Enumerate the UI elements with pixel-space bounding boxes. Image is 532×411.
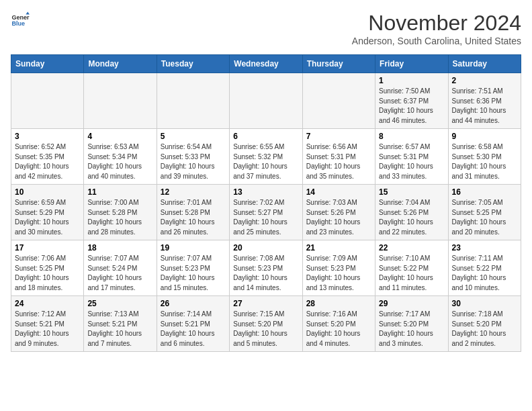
calendar-week-row: 17Sunrise: 7:06 AM Sunset: 5:25 PM Dayli… — [11, 240, 521, 296]
calendar-cell: 3Sunrise: 6:52 AM Sunset: 5:35 PM Daylig… — [11, 129, 84, 185]
calendar-cell: 28Sunrise: 7:16 AM Sunset: 5:20 PM Dayli… — [302, 296, 375, 352]
calendar-cell: 16Sunrise: 7:05 AM Sunset: 5:25 PM Dayli… — [448, 185, 521, 240]
calendar-cell: 8Sunrise: 6:57 AM Sunset: 5:31 PM Daylig… — [375, 129, 448, 185]
weekday-header: Saturday — [448, 55, 521, 73]
calendar-cell: 22Sunrise: 7:10 AM Sunset: 5:22 PM Dayli… — [375, 240, 448, 296]
day-number: 12 — [161, 187, 226, 197]
day-number: 6 — [233, 132, 298, 141]
calendar-cell: 20Sunrise: 7:08 AM Sunset: 5:23 PM Dayli… — [230, 240, 302, 296]
svg-text:Blue: Blue — [11, 20, 25, 27]
calendar-table: SundayMondayTuesdayWednesdayThursdayFrid… — [11, 54, 521, 352]
weekday-header: Thursday — [302, 55, 375, 73]
calendar-cell: 13Sunrise: 7:02 AM Sunset: 5:27 PM Dayli… — [230, 185, 302, 240]
calendar-cell: 27Sunrise: 7:15 AM Sunset: 5:20 PM Dayli… — [230, 296, 302, 352]
calendar-cell: 18Sunrise: 7:07 AM Sunset: 5:24 PM Dayli… — [84, 240, 157, 296]
calendar-week-row: 24Sunrise: 7:12 AM Sunset: 5:21 PM Dayli… — [11, 296, 521, 352]
day-number: 19 — [161, 243, 226, 253]
day-number: 20 — [233, 243, 298, 253]
calendar-cell — [230, 73, 302, 129]
calendar-cell: 11Sunrise: 7:00 AM Sunset: 5:28 PM Dayli… — [84, 185, 157, 240]
day-info: Sunrise: 7:03 AM Sunset: 5:26 PM Dayligh… — [306, 198, 371, 237]
day-number: 18 — [87, 243, 152, 253]
weekday-header: Friday — [375, 55, 448, 73]
day-number: 23 — [452, 243, 517, 253]
day-info: Sunrise: 7:51 AM Sunset: 6:36 PM Dayligh… — [452, 87, 517, 126]
calendar-cell — [302, 73, 375, 129]
calendar-cell: 7Sunrise: 6:56 AM Sunset: 5:31 PM Daylig… — [302, 129, 375, 185]
day-number: 3 — [15, 132, 80, 141]
day-number: 29 — [379, 299, 444, 308]
day-info: Sunrise: 7:07 AM Sunset: 5:23 PM Dayligh… — [161, 254, 226, 293]
day-number: 1 — [379, 76, 444, 85]
calendar-cell: 26Sunrise: 7:14 AM Sunset: 5:21 PM Dayli… — [157, 296, 229, 352]
month-title: November 2024 — [352, 11, 521, 36]
day-number: 27 — [233, 299, 298, 308]
logo: General Blue — [11, 11, 30, 30]
day-info: Sunrise: 6:59 AM Sunset: 5:29 PM Dayligh… — [15, 198, 80, 237]
calendar-cell: 17Sunrise: 7:06 AM Sunset: 5:25 PM Dayli… — [11, 240, 84, 296]
weekday-header: Sunday — [11, 55, 84, 73]
day-info: Sunrise: 6:56 AM Sunset: 5:31 PM Dayligh… — [306, 142, 371, 181]
day-number: 7 — [306, 132, 371, 141]
day-info: Sunrise: 7:13 AM Sunset: 5:21 PM Dayligh… — [87, 310, 152, 349]
day-number: 8 — [379, 132, 444, 141]
page-header: General Blue November 2024 Anderson, Sou… — [11, 11, 521, 46]
calendar-cell — [157, 73, 229, 129]
day-number: 26 — [161, 299, 226, 308]
calendar-cell: 1Sunrise: 7:50 AM Sunset: 6:37 PM Daylig… — [375, 73, 448, 129]
day-number: 30 — [452, 299, 517, 308]
day-info: Sunrise: 7:12 AM Sunset: 5:21 PM Dayligh… — [15, 310, 80, 349]
day-number: 5 — [161, 132, 226, 141]
day-info: Sunrise: 6:57 AM Sunset: 5:31 PM Dayligh… — [379, 142, 444, 181]
calendar-cell: 15Sunrise: 7:04 AM Sunset: 5:26 PM Dayli… — [375, 185, 448, 240]
calendar-cell — [11, 73, 84, 129]
calendar-cell: 4Sunrise: 6:53 AM Sunset: 5:34 PM Daylig… — [84, 129, 157, 185]
calendar-week-row: 1Sunrise: 7:50 AM Sunset: 6:37 PM Daylig… — [11, 73, 521, 129]
calendar-cell: 23Sunrise: 7:11 AM Sunset: 5:22 PM Dayli… — [448, 240, 521, 296]
day-info: Sunrise: 7:01 AM Sunset: 5:28 PM Dayligh… — [161, 198, 226, 237]
day-number: 11 — [87, 187, 152, 197]
calendar-cell: 12Sunrise: 7:01 AM Sunset: 5:28 PM Dayli… — [157, 185, 229, 240]
day-info: Sunrise: 7:05 AM Sunset: 5:25 PM Dayligh… — [452, 198, 517, 237]
calendar-cell: 29Sunrise: 7:17 AM Sunset: 5:20 PM Dayli… — [375, 296, 448, 352]
title-block: November 2024 Anderson, South Carolina, … — [352, 11, 521, 46]
day-info: Sunrise: 6:55 AM Sunset: 5:32 PM Dayligh… — [233, 142, 298, 181]
day-number: 16 — [452, 187, 517, 197]
calendar-week-row: 10Sunrise: 6:59 AM Sunset: 5:29 PM Dayli… — [11, 185, 521, 240]
day-info: Sunrise: 6:58 AM Sunset: 5:30 PM Dayligh… — [452, 142, 517, 181]
day-number: 25 — [87, 299, 152, 308]
day-info: Sunrise: 7:17 AM Sunset: 5:20 PM Dayligh… — [379, 310, 444, 349]
day-number: 21 — [306, 243, 371, 253]
svg-text:General: General — [11, 14, 30, 21]
day-info: Sunrise: 7:00 AM Sunset: 5:28 PM Dayligh… — [87, 198, 152, 237]
day-number: 17 — [15, 243, 80, 253]
day-number: 28 — [306, 299, 371, 308]
svg-marker-2 — [26, 11, 30, 14]
day-info: Sunrise: 7:18 AM Sunset: 5:20 PM Dayligh… — [452, 310, 517, 349]
day-number: 13 — [233, 187, 298, 197]
day-info: Sunrise: 6:53 AM Sunset: 5:34 PM Dayligh… — [87, 142, 152, 181]
day-info: Sunrise: 6:54 AM Sunset: 5:33 PM Dayligh… — [161, 142, 226, 181]
day-info: Sunrise: 6:52 AM Sunset: 5:35 PM Dayligh… — [15, 142, 80, 181]
calendar-cell: 6Sunrise: 6:55 AM Sunset: 5:32 PM Daylig… — [230, 129, 302, 185]
logo-icon: General Blue — [11, 11, 30, 30]
day-number: 22 — [379, 243, 444, 253]
location: Anderson, South Carolina, United States — [352, 36, 521, 46]
calendar-cell: 9Sunrise: 6:58 AM Sunset: 5:30 PM Daylig… — [448, 129, 521, 185]
day-info: Sunrise: 7:11 AM Sunset: 5:22 PM Dayligh… — [452, 254, 517, 293]
day-info: Sunrise: 7:08 AM Sunset: 5:23 PM Dayligh… — [233, 254, 298, 293]
day-info: Sunrise: 7:16 AM Sunset: 5:20 PM Dayligh… — [306, 310, 371, 349]
day-info: Sunrise: 7:07 AM Sunset: 5:24 PM Dayligh… — [87, 254, 152, 293]
calendar-cell: 2Sunrise: 7:51 AM Sunset: 6:36 PM Daylig… — [448, 73, 521, 129]
day-number: 14 — [306, 187, 371, 197]
calendar-cell: 14Sunrise: 7:03 AM Sunset: 5:26 PM Dayli… — [302, 185, 375, 240]
calendar-cell: 19Sunrise: 7:07 AM Sunset: 5:23 PM Dayli… — [157, 240, 229, 296]
day-number: 24 — [15, 299, 80, 308]
weekday-header: Tuesday — [157, 55, 229, 73]
day-info: Sunrise: 7:10 AM Sunset: 5:22 PM Dayligh… — [379, 254, 444, 293]
calendar-cell: 24Sunrise: 7:12 AM Sunset: 5:21 PM Dayli… — [11, 296, 84, 352]
calendar-header: SundayMondayTuesdayWednesdayThursdayFrid… — [11, 55, 521, 73]
day-number: 2 — [452, 76, 517, 85]
calendar-cell — [84, 73, 157, 129]
calendar-cell: 5Sunrise: 6:54 AM Sunset: 5:33 PM Daylig… — [157, 129, 229, 185]
